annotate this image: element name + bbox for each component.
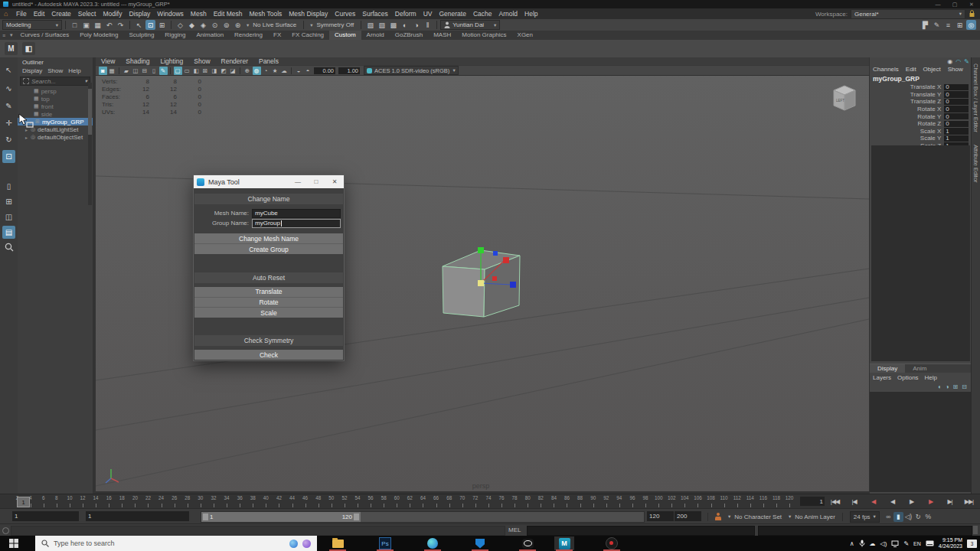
menu-item[interactable]: Edit Mesh: [210, 8, 246, 19]
snap-to-projected-center-icon[interactable]: ⊙: [210, 20, 220, 30]
redo-icon[interactable]: ↷: [116, 20, 126, 30]
frame-tick[interactable]: 62: [403, 494, 416, 509]
frame-tick[interactable]: 26: [168, 494, 181, 509]
frame-tick[interactable]: 78: [508, 494, 521, 509]
panel-layout-icon[interactable]: ⊞: [955, 20, 965, 30]
frame-tick[interactable]: 80: [521, 494, 534, 509]
open-render-view-icon[interactable]: ▧: [365, 20, 375, 30]
taskbar-maya[interactable]: M: [554, 536, 574, 550]
frame-tick[interactable]: 36: [234, 494, 247, 509]
frame-tick[interactable]: 42: [273, 494, 286, 509]
fog-icon[interactable]: ◔: [262, 67, 270, 75]
start-button[interactable]: [9, 539, 18, 548]
hypershade-icon[interactable]: ◑: [411, 20, 421, 30]
frame-tick[interactable]: 70: [456, 494, 469, 509]
view-cube[interactable]: LEFT: [829, 83, 860, 113]
shelf-tab[interactable]: Custom: [329, 31, 361, 40]
viewport-menu-item[interactable]: Shading: [126, 57, 149, 65]
grease-pencil-icon[interactable]: ▦: [108, 67, 116, 75]
attribute-value-field[interactable]: 0: [944, 121, 969, 128]
frame-tick[interactable]: 22: [142, 494, 155, 509]
frame-tick[interactable]: 32: [207, 494, 220, 509]
menu-item[interactable]: Help: [521, 8, 541, 19]
selected-object-name[interactable]: myGroup_GRP: [873, 75, 920, 83]
select-camera-icon[interactable]: ◙: [99, 67, 107, 75]
frame-tick[interactable]: 24: [155, 494, 168, 509]
frame-tick[interactable]: 46: [299, 494, 312, 509]
new-empty-layer-icon[interactable]: ⊞: [953, 383, 959, 390]
shelf-tab[interactable]: GoZBrush: [390, 31, 428, 40]
speed-ramp-icon[interactable]: ◠: [956, 58, 961, 65]
snap-to-point-icon[interactable]: ◈: [198, 20, 208, 30]
scale-button[interactable]: Scale: [194, 308, 343, 318]
go-to-end-button[interactable]: ▶▶|: [959, 494, 978, 509]
bookmarks-icon[interactable]: ⊟: [141, 67, 149, 75]
menu-item[interactable]: Edit: [30, 8, 48, 19]
frame-tick[interactable]: 88: [573, 494, 586, 509]
shelf-menu-icon[interactable]: ≡: [0, 33, 8, 38]
xgen-editor-icon[interactable]: ✎: [932, 20, 942, 30]
smooth-shade-icon[interactable]: ▭: [183, 67, 191, 75]
open-scene-icon[interactable]: ▣: [81, 20, 91, 30]
exposure-icon[interactable]: ◒: [295, 67, 303, 75]
playback-start-field[interactable]: 1: [86, 511, 189, 521]
update-view-icon[interactable]: ↻: [913, 512, 923, 522]
step-back-key-button[interactable]: ◀: [864, 494, 883, 509]
viewport-menu-item[interactable]: View: [101, 57, 115, 65]
frame-tick[interactable]: 58: [377, 494, 390, 509]
layer-list[interactable]: [870, 392, 972, 492]
display-icon[interactable]: [891, 540, 899, 547]
frame-tick[interactable]: 116: [756, 494, 769, 509]
fps-select[interactable]: 24 fps▾: [850, 511, 880, 523]
gamma-field[interactable]: 1.00: [338, 67, 360, 74]
menu-item[interactable]: Select: [74, 8, 100, 19]
new-scene-icon[interactable]: □: [70, 20, 80, 30]
dialog-maximize-button[interactable]: □: [307, 178, 325, 185]
channel-box-menu-item[interactable]: Channels: [873, 66, 899, 73]
channel-box-menu-item[interactable]: Show: [948, 66, 963, 73]
frame-tick[interactable]: 64: [416, 494, 430, 509]
taskbar-clock[interactable]: 9:15 PM4/24/2023: [939, 537, 962, 549]
viewport-menu-item[interactable]: Renderer: [221, 57, 248, 65]
shelf-tab[interactable]: FX: [268, 31, 286, 40]
command-history-icon[interactable]: [2, 527, 9, 534]
step-back-frame-button[interactable]: |◀: [844, 494, 864, 509]
script-editor-toggle[interactable]: [973, 526, 978, 534]
range-slider-track[interactable]: 1 120: [201, 511, 645, 523]
isolate-select-icon[interactable]: ⊕: [243, 67, 252, 75]
touch-keyboard-icon[interactable]: [926, 540, 934, 546]
frame-tick[interactable]: 94: [612, 494, 626, 509]
frame-tick[interactable]: 44: [286, 494, 299, 509]
shelf-tab[interactable]: MASH: [428, 31, 456, 40]
mel-label[interactable]: MEL: [508, 527, 521, 533]
user-account-button[interactable]: Yuntian Dai ▾: [440, 20, 500, 30]
attribute-label[interactable]: Translate Z: [870, 98, 944, 105]
lasso-tool[interactable]: ∿: [2, 82, 15, 95]
go-to-start-button[interactable]: |◀◀: [825, 494, 844, 509]
attribute-value-field[interactable]: 0: [944, 91, 969, 98]
layer-menu-item[interactable]: Help: [925, 374, 937, 381]
move-tool[interactable]: ✛: [2, 116, 15, 129]
frame-tick[interactable]: 30: [194, 494, 207, 509]
shelf-tab[interactable]: Rigging: [159, 31, 191, 40]
hybrid-slider-icon[interactable]: ✎: [964, 58, 969, 65]
attribute-label[interactable]: Rotate X: [870, 106, 944, 112]
snap-to-grid-icon[interactable]: ◇: [175, 20, 185, 30]
outliner-item-front[interactable]: ▦ front: [18, 103, 93, 110]
symmetry-select[interactable]: Symmetry Off: [316, 21, 354, 28]
menu-item[interactable]: Mesh Display: [286, 8, 332, 19]
current-frame-field[interactable]: 1: [800, 497, 825, 506]
live-surface-field[interactable]: No Live Surface: [253, 21, 296, 28]
menu-item[interactable]: Surfaces: [359, 8, 392, 19]
use-all-lights-icon[interactable]: ⊠: [201, 67, 210, 75]
home-icon[interactable]: ⌂: [4, 10, 8, 18]
paint-select-tool[interactable]: ✎: [2, 99, 15, 112]
channel-box-menu-item[interactable]: Edit: [906, 66, 916, 73]
viewport-menu-item[interactable]: Panels: [259, 57, 279, 65]
taskbar-defender[interactable]: [470, 536, 490, 550]
attribute-value-field[interactable]: 0: [944, 106, 969, 112]
save-scene-icon[interactable]: ▦: [93, 20, 103, 30]
workspace-pin-icon[interactable]: ◎: [966, 20, 976, 30]
image-plane-icon[interactable]: ▯: [150, 67, 158, 75]
ipr-render-icon[interactable]: ▩: [388, 20, 398, 30]
